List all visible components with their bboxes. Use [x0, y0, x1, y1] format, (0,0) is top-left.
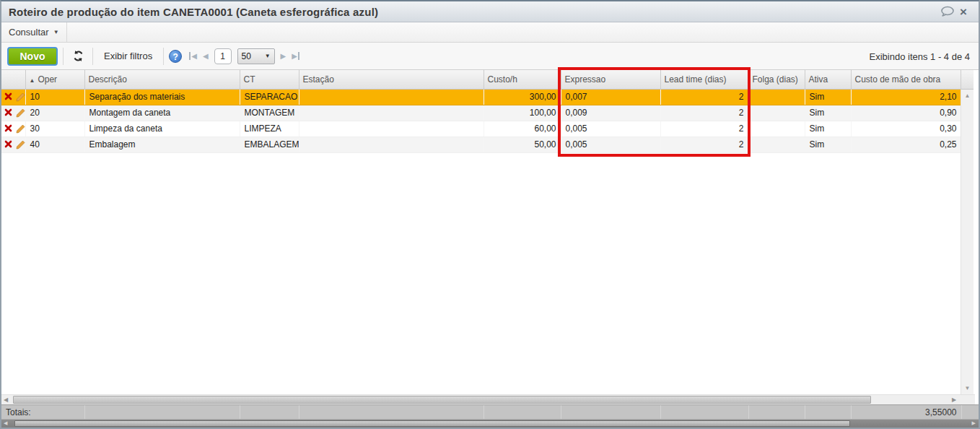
cell-expressao: 0,009 [561, 105, 660, 121]
cell-custo-h: 300,00 [484, 89, 561, 105]
title-bar: Roteiro de produção do item CANETA0001 (… [1, 1, 979, 22]
sort-asc-icon: ▲ [30, 77, 35, 84]
col-header-estacao[interactable]: Estação [299, 70, 484, 89]
totals-custo-mao: 3,55000 [851, 405, 961, 419]
col-header-oper-label: Oper [38, 74, 57, 84]
totals-table: Totais: 3,55000 [1, 405, 962, 419]
cell-folga [748, 121, 805, 136]
scrollbar-header-cap [961, 70, 974, 90]
window-scrollbar-thumb[interactable] [14, 420, 850, 427]
col-header-actions [1, 70, 25, 89]
scroll-left-icon[interactable]: ◀ [4, 420, 7, 426]
totals-label: Totais: [1, 405, 84, 419]
edit-pencil-icon[interactable] [16, 108, 25, 118]
delete-icon[interactable] [4, 92, 12, 102]
novo-button[interactable]: Novo [7, 47, 58, 66]
cell-estacao [299, 105, 484, 121]
consultar-menu-button[interactable]: Consultar ▼ [1, 22, 67, 42]
totals-empty [805, 405, 851, 419]
cell-descricao: Embalagem [84, 136, 240, 152]
prev-page-button[interactable]: ◀ [203, 52, 209, 60]
vertical-scrollbar-track[interactable]: ▲ ▼ [961, 90, 974, 394]
table-row-selected[interactable]: 10 Separação dos materiais SEPARACAO 300… [1, 89, 961, 105]
totals-empty [561, 405, 660, 419]
cell-lead-time: 2 [660, 105, 748, 121]
consultar-label: Consultar [9, 27, 49, 38]
toolbar-separator [63, 48, 64, 65]
cell-estacao [299, 89, 484, 105]
cell-custo-mao: 0,90 [851, 105, 961, 121]
delete-icon[interactable] [4, 140, 12, 150]
cell-custo-mao: 2,10 [851, 89, 961, 105]
page-size-select[interactable]: 50 ▼ [237, 48, 275, 64]
col-header-custo-mao[interactable]: Custo de mão de obra [851, 70, 961, 89]
next-page-button[interactable]: ▶ [281, 52, 286, 60]
table-row[interactable]: 20 Montagem da caneta MONTAGEM 100,00 0,… [1, 105, 961, 121]
chevron-down-icon: ▼ [53, 29, 59, 35]
col-header-oper[interactable]: ▲Oper [25, 70, 84, 89]
menu-bar: Consultar ▼ [1, 22, 979, 43]
edit-pencil-icon[interactable] [16, 92, 25, 102]
routing-window: Roteiro de produção do item CANETA0001 (… [0, 0, 980, 429]
row-actions [1, 89, 25, 105]
refresh-icon[interactable] [69, 47, 87, 66]
delete-icon[interactable] [4, 124, 12, 134]
items-info-label: Exibindo itens 1 - 4 de 4 [870, 43, 970, 70]
totals-empty [660, 405, 748, 419]
edit-pencil-icon[interactable] [16, 124, 25, 134]
comment-icon[interactable] [940, 4, 955, 19]
totals-empty [84, 405, 240, 419]
window-horizontal-scrollbar[interactable]: ◀ ▶ [1, 420, 979, 428]
totals-empty [748, 405, 805, 419]
cell-ct: EMBALAGEM [240, 136, 299, 152]
help-icon[interactable]: ? [169, 50, 182, 63]
header-row: ▲Oper Descrição CT Estação Custo/h Expre… [1, 70, 961, 89]
col-header-ativa[interactable]: Ativa [805, 70, 851, 89]
row-actions [1, 105, 25, 121]
edit-pencil-icon[interactable] [16, 140, 25, 150]
scroll-down-icon[interactable]: ▼ [961, 385, 974, 391]
data-grid: ▲Oper Descrição CT Estação Custo/h Expre… [1, 70, 979, 394]
table-row[interactable]: 30 Limpeza da caneta LIMPEZA 60,00 0,005… [1, 121, 961, 136]
first-page-button[interactable]: ◀ [189, 52, 197, 60]
cell-custo-h: 50,00 [484, 136, 561, 152]
close-icon[interactable]: × [955, 4, 971, 19]
col-header-expressao[interactable]: Expressao [561, 70, 660, 89]
cell-ct: LIMPEZA [240, 121, 299, 136]
horizontal-scrollbar[interactable]: ◀ ▶ [1, 394, 975, 404]
totals-bar: Totais: 3,55000 [1, 404, 979, 420]
page-number-input[interactable]: 1 [214, 48, 232, 64]
col-header-descricao[interactable]: Descrição [84, 70, 240, 89]
cell-ativa: Sim [805, 121, 851, 136]
row-actions [1, 136, 25, 152]
cell-ct: SEPARACAO [240, 89, 299, 105]
toolbar-separator [92, 48, 93, 65]
cell-ativa: Sim [805, 89, 851, 105]
scroll-right-icon[interactable]: ▶ [952, 396, 956, 403]
toolbar: Novo Exibir filtros ? ◀ ◀ 1 50 ▼ ▶ ▶ Exi… [1, 43, 979, 70]
cell-custo-mao: 0,25 [851, 136, 961, 152]
row-actions [1, 121, 25, 136]
scroll-right-icon[interactable]: ▶ [972, 420, 976, 426]
last-page-button[interactable]: ▶ [292, 52, 299, 60]
scroll-left-icon[interactable]: ◀ [4, 396, 8, 403]
col-header-lead-time[interactable]: Lead time (dias) [660, 70, 748, 89]
col-header-custo-h[interactable]: Custo/h [484, 70, 561, 89]
vertical-scrollbar[interactable]: ▲ ▼ [961, 70, 974, 394]
cell-ativa: Sim [805, 105, 851, 121]
cell-custo-h: 60,00 [484, 121, 561, 136]
routing-table: ▲Oper Descrição CT Estação Custo/h Expre… [1, 70, 962, 153]
exibir-filtros-button[interactable]: Exibir filtros [98, 51, 158, 61]
scroll-up-icon[interactable]: ▲ [961, 92, 974, 99]
table-row[interactable]: 40 Embalagem EMBALAGEM 50,00 0,005 2 Sim… [1, 136, 961, 152]
cell-lead-time: 2 [660, 121, 748, 136]
cell-expressao: 0,007 [561, 89, 660, 105]
cell-folga [748, 89, 805, 105]
col-header-folga[interactable]: Folga (dias) [748, 70, 805, 89]
cell-estacao [299, 121, 484, 136]
cell-descricao: Separação dos materiais [84, 89, 240, 105]
horizontal-scrollbar-thumb[interactable] [13, 396, 871, 404]
cell-descricao: Montagem da caneta [84, 105, 240, 121]
delete-icon[interactable] [4, 108, 12, 118]
col-header-ct[interactable]: CT [240, 70, 299, 89]
